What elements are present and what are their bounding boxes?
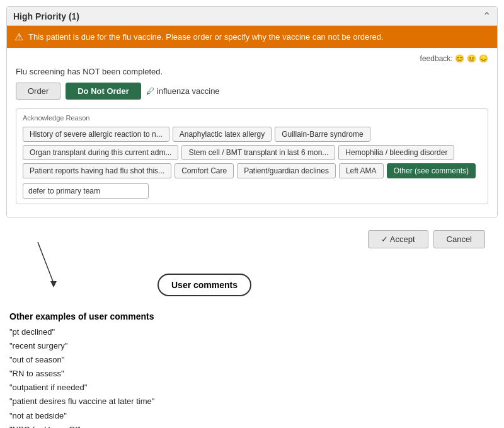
example-item: "RN to assess" [9, 367, 495, 381]
reason-button-r4[interactable]: Organ transplant during this current adm… [23, 145, 178, 160]
svg-marker-1 [50, 281, 57, 287]
cancel-button[interactable]: Cancel [433, 230, 485, 248]
high-priority-panel: High Priority (1) ⌃ ⚠ This patient is du… [6, 6, 498, 217]
example-item: "NPO for Upper GI" [9, 423, 495, 428]
reason-button-r2[interactable]: Anaphylactic latex allergy [173, 127, 272, 142]
example-item: "out of season" [9, 353, 495, 367]
do-not-order-button[interactable]: Do Not Order [66, 83, 141, 100]
order-button[interactable]: Order [16, 83, 60, 100]
order-buttons-row: Order Do Not Order 🖊 influenza vaccine [16, 83, 488, 100]
acknowledge-section: Acknowledge Reason History of severe all… [16, 108, 488, 204]
example-item: "not at bedside" [9, 409, 495, 423]
annotation-bubble: User comments [158, 274, 251, 296]
reason-button-r8[interactable]: Comfort Care [175, 163, 234, 178]
feedback-row: feedback: 😊 😐 😞 [16, 54, 488, 63]
annotation-arrow [19, 242, 82, 299]
vaccine-label: 🖊 influenza vaccine [146, 86, 220, 96]
panel-body: feedback: 😊 😐 😞 Flu screening has NOT be… [7, 48, 497, 217]
acknowledge-legend: Acknowledge Reason [23, 114, 481, 122]
example-item: "patient desires flu vaccine at later ti… [9, 395, 495, 408]
reason-button-r10[interactable]: Left AMA [339, 163, 384, 178]
example-item: "outpatient if needed" [9, 381, 495, 395]
feedback-neutral[interactable]: 😐 [467, 54, 476, 63]
reason-button-r11[interactable]: Other (see comments) [387, 163, 476, 178]
example-item: "pt declined" [9, 325, 495, 339]
examples-list: "pt declined""recent surgery""out of sea… [9, 325, 495, 428]
screening-status: Flu screening has NOT been completed. [16, 67, 488, 76]
reason-button-r7[interactable]: Patient reports having had flu shot this… [23, 163, 171, 178]
reason-button-r3[interactable]: Guillain-Barre syndrome [275, 127, 370, 142]
examples-section: Other examples of user comments "pt decl… [6, 311, 498, 428]
reason-button-r9[interactable]: Patient/guardian declines [237, 163, 336, 178]
feedback-label: feedback: [420, 54, 453, 63]
panel-header: High Priority (1) ⌃ [7, 7, 497, 26]
feedback-happy[interactable]: 😊 [455, 54, 464, 63]
accept-button[interactable]: ✓ Accept [368, 230, 428, 248]
panel-title: High Priority (1) [13, 11, 79, 21]
examples-title: Other examples of user comments [9, 311, 495, 321]
example-item: "recent surgery" [9, 339, 495, 353]
collapse-icon[interactable]: ⌃ [483, 10, 491, 22]
svg-line-0 [38, 242, 54, 283]
feedback-icons: 😊 😐 😞 [455, 54, 488, 63]
alert-message: This patient is due for the flu vaccine.… [28, 32, 384, 42]
reason-button-r1[interactable]: History of severe allergic reaction to n… [23, 127, 169, 142]
reason-button-r5[interactable]: Stem cell / BMT transplant in last 6 mon… [181, 145, 335, 160]
reason-button-r6[interactable]: Hemophilia / bleeding disorder [338, 145, 454, 160]
feedback-sad[interactable]: 😞 [479, 54, 488, 63]
reason-buttons: History of severe allergic reaction to n… [23, 127, 481, 178]
vaccine-icon: 🖊 [146, 86, 154, 96]
comments-input[interactable] [23, 183, 149, 199]
alert-icon: ⚠ [14, 31, 23, 43]
alert-bar: ⚠ This patient is due for the flu vaccin… [7, 26, 497, 48]
